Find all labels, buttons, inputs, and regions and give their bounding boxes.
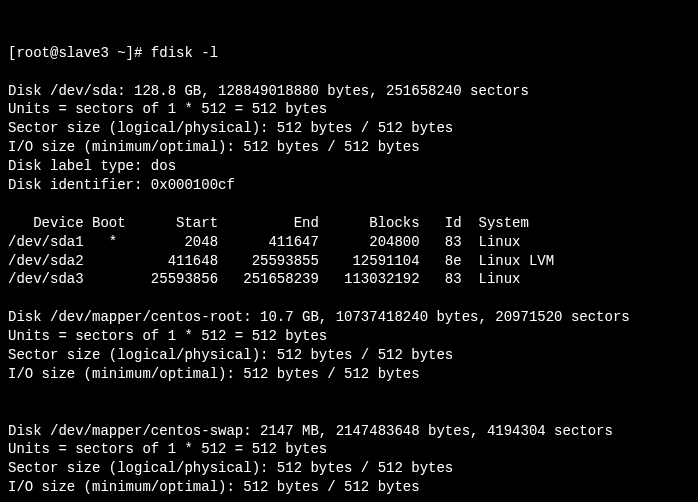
partition-table-header: Device Boot Start End Blocks Id System [8,215,529,231]
partition-row-sda1: /dev/sda1 * 2048 411647 204800 83 Linux [8,234,520,250]
disk-sda-label: Disk label type: dos [8,158,176,174]
disk-sda-units: Units = sectors of 1 * 512 = 512 bytes [8,101,327,117]
disk-swap-units: Units = sectors of 1 * 512 = 512 bytes [8,441,327,457]
partition-row-sda3: /dev/sda3 25593856 251658239 113032192 8… [8,271,520,287]
partition-row-sda2: /dev/sda2 411648 25593855 12591104 8e Li… [8,253,554,269]
disk-root-units: Units = sectors of 1 * 512 = 512 bytes [8,328,327,344]
disk-root-io: I/O size (minimum/optimal): 512 bytes / … [8,366,420,382]
command-typed: fdisk -l [151,45,218,61]
disk-sda-sector: Sector size (logical/physical): 512 byte… [8,120,453,136]
disk-root-header: Disk /dev/mapper/centos-root: 10.7 GB, 1… [8,309,630,325]
disk-root-sector: Sector size (logical/physical): 512 byte… [8,347,453,363]
disk-sda-io: I/O size (minimum/optimal): 512 bytes / … [8,139,420,155]
prompt-line: [root@slave3 ~]# fdisk -l [8,45,218,61]
disk-swap-sector: Sector size (logical/physical): 512 byte… [8,460,453,476]
disk-sda-header: Disk /dev/sda: 128.8 GB, 128849018880 by… [8,83,529,99]
shell-prompt: [root@slave3 ~]# [8,45,151,61]
disk-swap-io: I/O size (minimum/optimal): 512 bytes / … [8,479,420,495]
disk-swap-header: Disk /dev/mapper/centos-swap: 2147 MB, 2… [8,423,613,439]
disk-sda-ident: Disk identifier: 0x000100cf [8,177,235,193]
